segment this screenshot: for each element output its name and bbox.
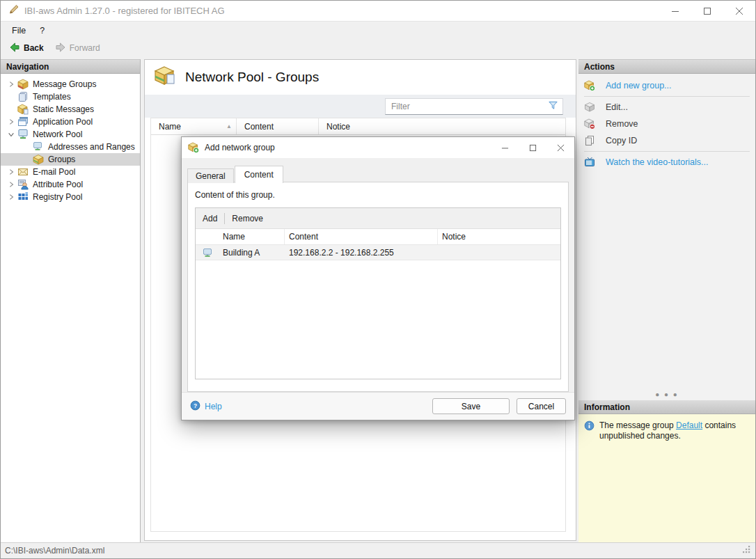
sidebar-item-email-pool[interactable]: E-mail Pool — [1, 166, 140, 178]
maximize-button[interactable] — [691, 1, 723, 21]
application-pool-icon — [17, 116, 29, 127]
separator — [584, 96, 750, 97]
data-file-path: C:\IBI-aws\Admin\Data.xml — [5, 546, 104, 556]
sidebar-item-label: Registry Pool — [33, 192, 82, 202]
sidebar-item-templates[interactable]: Templates — [1, 90, 140, 103]
right-panel: Actions Add new group... Edit... Remove — [578, 59, 755, 542]
dialog-close-button[interactable] — [546, 138, 574, 158]
edit-icon — [584, 102, 595, 113]
sidebar-item-network-pool[interactable]: Network Pool — [1, 128, 140, 141]
dialog-titlebar: Add network group — [182, 137, 574, 158]
tab-general[interactable]: General — [187, 168, 234, 183]
icon-column-header — [196, 229, 219, 244]
information-message: The message group Default contains unpub… — [599, 420, 750, 536]
action-remove[interactable]: Remove — [578, 116, 755, 132]
chevron-right-icon[interactable] — [5, 192, 17, 202]
close-button[interactable] — [723, 1, 755, 21]
dialog-table-header-row: Name Content Notice — [196, 229, 560, 245]
templates-icon — [17, 91, 29, 102]
sidebar-item-addresses-and-ranges[interactable]: Addresses and Ranges — [1, 141, 140, 153]
table-header-row: Name ▲ Content Notice — [151, 118, 565, 135]
minimize-button[interactable] — [659, 1, 691, 21]
group-content-toolbar: Add Remove — [196, 208, 560, 229]
action-label: Add new group... — [606, 81, 672, 90]
splitter-handle[interactable]: ● ● ● — [578, 391, 755, 398]
sidebar-item-label: Message Groups — [33, 79, 96, 89]
info-icon — [584, 420, 595, 536]
addresses-icon — [33, 141, 44, 152]
table-row-building-a[interactable]: Building A 192.168.2.2 - 192.168.2.255 — [196, 245, 560, 260]
sidebar-item-label: Templates — [33, 92, 71, 102]
network-pool-icon — [17, 129, 29, 140]
sidebar-item-label: Static Messages — [33, 104, 94, 114]
add-group-icon — [584, 80, 595, 91]
column-header-content[interactable]: Content — [237, 118, 319, 134]
information-header: Information — [578, 400, 755, 414]
forward-arrow-icon — [55, 42, 66, 55]
chevron-right-icon[interactable] — [5, 167, 17, 177]
information-panel: The message group Default contains unpub… — [578, 414, 755, 542]
menu-help[interactable]: ? — [33, 22, 52, 39]
tab-content[interactable]: Content — [235, 166, 283, 183]
sidebar-item-label: Attribute Pool — [33, 180, 83, 189]
cancel-button[interactable]: Cancel — [517, 398, 566, 414]
dialog-tabstrip: General Content — [182, 166, 574, 183]
remove-icon — [584, 118, 595, 129]
sidebar-item-label: Application Pool — [33, 117, 93, 127]
svg-text:?: ? — [194, 402, 197, 409]
column-label: Content — [244, 122, 274, 132]
column-header-notice[interactable]: Notice — [319, 118, 565, 134]
resize-grip-icon[interactable] — [742, 545, 751, 556]
column-label: Notice — [326, 122, 350, 132]
back-button[interactable]: Back — [5, 40, 48, 56]
column-header-name[interactable]: Name — [219, 229, 285, 244]
remove-button[interactable]: Remove — [232, 214, 263, 223]
filter-box — [385, 98, 563, 115]
filter-funnel-icon[interactable] — [548, 100, 558, 113]
save-button[interactable]: Save — [432, 398, 510, 414]
column-header-content[interactable]: Content — [285, 229, 438, 244]
column-header-name[interactable]: Name ▲ — [151, 118, 237, 134]
sidebar-item-groups[interactable]: Groups — [1, 153, 140, 166]
app-icon — [8, 4, 19, 17]
chevron-down-icon[interactable] — [5, 129, 17, 139]
sidebar-item-attribute-pool[interactable]: Attribute Pool — [1, 178, 140, 191]
forward-button[interactable]: Forward — [51, 40, 104, 56]
dialog-minimize-button[interactable] — [491, 138, 519, 158]
tv-icon — [584, 157, 595, 168]
dialog-maximize-button[interactable] — [519, 138, 546, 158]
menu-file[interactable]: File — [1, 22, 33, 39]
titlebar: IBI-aws Admin 1.27.0 - registered for IB… — [1, 1, 755, 22]
copy-icon — [584, 135, 595, 146]
group-content-box: Add Remove Name Content Notice Building … — [195, 207, 561, 379]
chevron-right-icon[interactable] — [5, 79, 17, 89]
chevron-right-icon[interactable] — [5, 180, 17, 189]
sidebar-item-registry-pool[interactable]: Registry Pool — [1, 191, 140, 203]
action-watch-video-tutorials[interactable]: Watch the video-tutorials... — [578, 155, 755, 170]
page-title: Network Pool - Groups — [185, 70, 319, 85]
action-copy-id[interactable]: Copy ID — [578, 133, 755, 148]
sidebar-item-static-messages[interactable]: Static Messages — [1, 103, 140, 116]
action-add-new-group[interactable]: Add new group... — [578, 78, 755, 93]
cell-name: Building A — [219, 248, 285, 258]
sidebar-item-label: Network Pool — [33, 129, 82, 139]
help-link[interactable]: ? Help — [190, 400, 222, 413]
sidebar-item-label: E-mail Pool — [33, 167, 75, 177]
main-header: Network Pool - Groups — [145, 60, 576, 95]
column-header-notice[interactable]: Notice — [438, 229, 560, 244]
toolbar-divider — [224, 213, 225, 224]
action-edit[interactable]: Edit... — [578, 100, 755, 115]
sidebar-item-application-pool[interactable]: Application Pool — [1, 116, 140, 128]
message-groups-icon — [17, 79, 29, 90]
default-group-link[interactable]: Default — [676, 420, 702, 430]
filter-input[interactable] — [391, 102, 548, 111]
back-arrow-icon — [9, 42, 20, 55]
sort-ascending-icon: ▲ — [226, 123, 232, 129]
add-button[interactable]: Add — [203, 214, 217, 223]
static-messages-icon — [17, 104, 29, 115]
nav-toolbar: Back Forward — [1, 39, 755, 57]
registry-pool-icon — [17, 191, 29, 203]
action-label: Remove — [606, 119, 638, 129]
chevron-right-icon[interactable] — [5, 117, 17, 127]
sidebar-item-message-groups[interactable]: Message Groups — [1, 78, 140, 90]
